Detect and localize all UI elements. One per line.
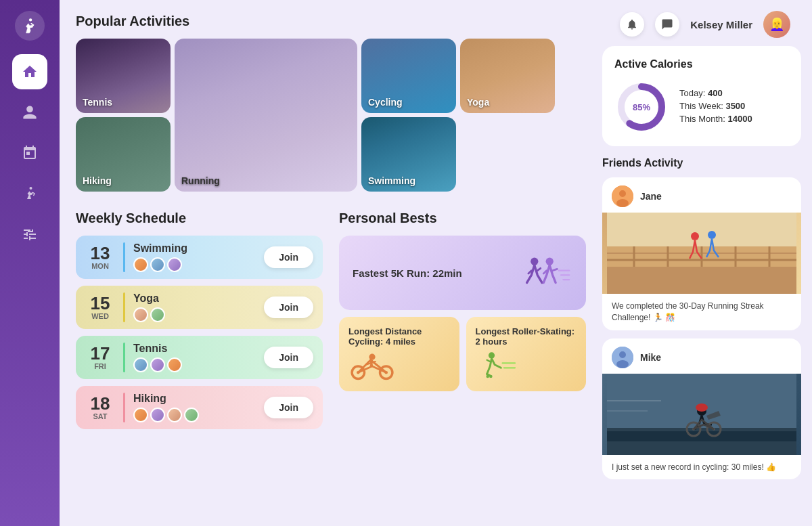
schedule-item-yoga: 15 WED Yoga Join bbox=[76, 286, 323, 329]
activity-label-running: Running bbox=[181, 175, 220, 186]
pb-fastest-run: Fastest 5K Run: 22min bbox=[339, 236, 586, 310]
activity-label-swimming: Swimming bbox=[368, 175, 415, 186]
join-button-yoga[interactable]: Join bbox=[264, 297, 313, 318]
svg-point-13 bbox=[486, 375, 489, 378]
user-name: Kelsey Miller bbox=[690, 19, 752, 30]
join-button-swimming[interactable]: Join bbox=[264, 246, 313, 268]
schedule-date-num-15: 15 bbox=[85, 294, 115, 312]
notification-bell[interactable] bbox=[620, 12, 644, 37]
schedule-name-tennis: Tennis bbox=[133, 343, 256, 355]
activity-card-yoga[interactable]: Yoga bbox=[460, 39, 555, 113]
svg-rect-23 bbox=[607, 267, 796, 294]
avatar-5 bbox=[150, 307, 165, 322]
sidebar-item-settings[interactable] bbox=[12, 217, 47, 252]
schedule-info-yoga: Yoga bbox=[133, 292, 256, 322]
sidebar-item-calendar[interactable] bbox=[12, 135, 47, 171]
activity-grid: Tennis Running Cycling Yoga Hiking bbox=[76, 39, 586, 192]
schedule-avatars-hiking bbox=[133, 408, 256, 422]
schedule-divider-swimming bbox=[123, 242, 125, 272]
jane-activity-image bbox=[607, 213, 796, 294]
svg-point-36 bbox=[616, 360, 629, 368]
friends-title: Friends Activity bbox=[602, 157, 801, 169]
schedule-date-17: 17 FRI bbox=[85, 345, 115, 370]
schedule-item-swimming: 13 MON Swimming Join bbox=[76, 236, 323, 279]
activity-card-swimming[interactable]: Swimming bbox=[361, 117, 456, 192]
schedule-date-day-fri: FRI bbox=[85, 362, 115, 370]
avatar-6 bbox=[133, 357, 148, 372]
schedule-avatars-yoga bbox=[133, 307, 256, 322]
mike-activity-image bbox=[607, 374, 796, 455]
schedule-avatars-swimming bbox=[133, 257, 256, 272]
calories-week-value: 3500 bbox=[725, 101, 745, 111]
schedule-date-num-13: 13 bbox=[85, 244, 115, 262]
popular-activities-title: Popular Activities bbox=[76, 14, 586, 29]
activity-card-tennis[interactable]: Tennis bbox=[76, 39, 171, 113]
calories-donut: 85% bbox=[614, 80, 669, 134]
calories-week: This Week: 3500 bbox=[679, 101, 752, 111]
schedule-date-day-sat: SAT bbox=[85, 412, 115, 420]
svg-point-11 bbox=[369, 354, 375, 360]
avatar-9 bbox=[133, 408, 148, 422]
avatar-8 bbox=[167, 357, 182, 372]
sidebar-item-activities[interactable] bbox=[12, 176, 47, 211]
svg-point-21 bbox=[616, 199, 629, 207]
right-panel: Kelsey Miller 👱‍♀️ Active Calories 85% T… bbox=[602, 0, 812, 526]
friend-image-jane bbox=[602, 213, 801, 294]
schedule-info-hiking: Hiking bbox=[133, 393, 256, 422]
message-chat[interactable] bbox=[655, 12, 679, 37]
calories-today: Today: 400 bbox=[679, 88, 752, 98]
calories-content: 85% Today: 400 This Week: 3500 This Mont… bbox=[614, 80, 789, 134]
avatar-1 bbox=[133, 257, 148, 272]
calories-month: This Month: 14000 bbox=[679, 114, 752, 124]
activity-label-cycling: Cycling bbox=[368, 97, 403, 108]
schedule-item-tennis: 17 FRI Tennis Join bbox=[76, 336, 323, 379]
activity-card-cycling[interactable]: Cycling bbox=[361, 39, 456, 113]
join-button-tennis[interactable]: Join bbox=[264, 347, 313, 368]
activity-card-running[interactable]: Running bbox=[175, 39, 357, 192]
friend-image-mike bbox=[602, 374, 801, 455]
sidebar-item-home[interactable] bbox=[12, 54, 47, 89]
svg-point-35 bbox=[619, 351, 626, 358]
pb-cycling-label: Longest Distance Cycling: 4 miles bbox=[348, 326, 450, 347]
activity-label-tennis: Tennis bbox=[83, 97, 112, 108]
calories-percent: 85% bbox=[633, 102, 650, 112]
activity-card-hiking[interactable]: Hiking bbox=[76, 117, 171, 192]
sidebar bbox=[0, 0, 60, 526]
schedule-date-13: 13 MON bbox=[85, 244, 115, 270]
calories-stats: Today: 400 This Week: 3500 This Month: 1… bbox=[679, 88, 752, 127]
sidebar-logo[interactable] bbox=[15, 11, 45, 41]
main-content: Popular Activities Tennis Running Cyclin… bbox=[60, 0, 602, 526]
schedule-name-yoga: Yoga bbox=[133, 292, 256, 305]
join-button-hiking[interactable]: Join bbox=[264, 397, 313, 418]
schedule-divider-yoga bbox=[123, 292, 125, 322]
schedule-avatars-tennis bbox=[133, 357, 256, 372]
friends-section: Friends Activity Jane bbox=[602, 157, 801, 487]
pb-bottom-cards: Longest Distance Cycling: 4 miles bbox=[339, 317, 586, 391]
sidebar-item-profile[interactable] bbox=[12, 95, 47, 130]
friend-caption-mike: I just set a new record in cycling: 30 m… bbox=[602, 455, 801, 480]
schedule-info-tennis: Tennis bbox=[133, 343, 256, 372]
schedule-name-hiking: Hiking bbox=[133, 393, 256, 405]
friend-post-header-jane: Jane bbox=[602, 177, 801, 213]
schedule-divider-tennis bbox=[123, 343, 125, 372]
calories-month-label: This Month: bbox=[679, 114, 725, 124]
avatar-11 bbox=[167, 408, 182, 422]
calories-card: Active Calories 85% Today: 400 This Week… bbox=[602, 46, 801, 146]
friend-avatar-jane bbox=[612, 185, 633, 207]
activity-label-hiking: Hiking bbox=[83, 175, 112, 186]
svg-point-33 bbox=[708, 231, 716, 239]
friend-caption-jane: We completed the 30-Day Running Streak C… bbox=[602, 294, 801, 330]
calories-today-value: 400 bbox=[708, 88, 723, 98]
schedule-date-num-17: 17 bbox=[85, 345, 115, 362]
activity-label-yoga: Yoga bbox=[467, 97, 489, 108]
svg-point-20 bbox=[619, 190, 626, 197]
avatar-10 bbox=[150, 408, 165, 422]
schedule-date-15: 15 WED bbox=[85, 294, 115, 320]
user-avatar: 👱‍♀️ bbox=[763, 11, 790, 38]
pb-cycling-icon bbox=[348, 351, 396, 382]
svg-point-42 bbox=[696, 403, 708, 412]
svg-point-3 bbox=[546, 258, 554, 265]
schedule-divider-hiking bbox=[123, 393, 125, 422]
weekly-schedule-title: Weekly Schedule bbox=[76, 211, 323, 226]
avatar-7 bbox=[150, 357, 165, 372]
